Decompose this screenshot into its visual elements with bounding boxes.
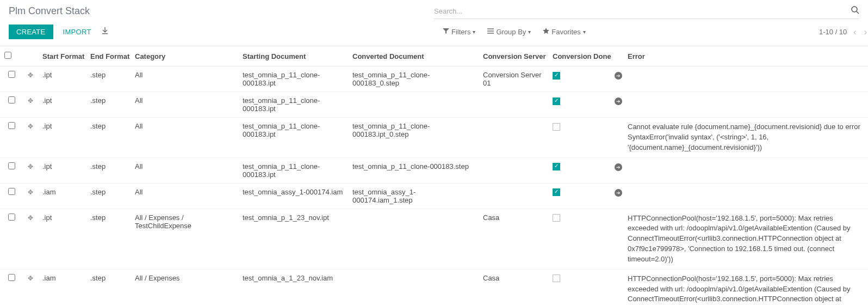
cell-converted-document: test_omnia_p_11_clone-000183_0.step xyxy=(348,66,479,92)
cell-conversion-done xyxy=(548,269,610,305)
drag-handle-icon[interactable]: ✥ xyxy=(28,123,33,130)
cell-error xyxy=(623,183,868,209)
drag-handle-icon[interactable]: ✥ xyxy=(28,71,33,79)
table-row[interactable]: ✥.iam.stepAll / Expensestest_omnia_a_1_2… xyxy=(0,269,868,305)
cell-starting-document: test_omnia_p_1_23_nov.ipt xyxy=(238,209,348,269)
row-checkbox[interactable] xyxy=(8,96,15,103)
cell-starting-document: test_omnia_assy_1-000174.iam xyxy=(238,183,348,209)
cell-action: ➔ xyxy=(610,66,623,92)
cell-end-format: .step xyxy=(86,183,131,209)
table-row[interactable]: ✥.ipt.stepAlltest_omnia_p_11_clone-00018… xyxy=(0,92,868,118)
table-row[interactable]: ✥.ipt.stepAll / Expenses / TestChildExpe… xyxy=(0,209,868,269)
cell-category: All xyxy=(131,183,238,209)
col-conversion-done[interactable]: Conversion Done xyxy=(548,46,610,66)
row-checkbox[interactable] xyxy=(8,213,15,221)
table-row[interactable]: ✥.ipt.stepAlltest_omnia_p_11_clone-00018… xyxy=(0,118,868,158)
cell-conversion-server xyxy=(479,92,548,118)
cell-start-format: .ipt xyxy=(38,157,86,183)
caret-down-icon: ▾ xyxy=(528,29,531,35)
cell-conversion-done xyxy=(548,118,610,158)
page-title: Plm Convert Stack xyxy=(9,5,434,17)
cell-conversion-done xyxy=(548,183,610,209)
done-checkbox[interactable] xyxy=(553,163,560,170)
cell-category: All xyxy=(131,66,238,92)
drag-handle-icon[interactable]: ✥ xyxy=(28,188,33,196)
cell-start-format: .ipt xyxy=(38,92,86,118)
cell-action: ➔ xyxy=(610,157,623,183)
col-conversion-server[interactable]: Conversion Server xyxy=(479,46,548,66)
col-error[interactable]: Error xyxy=(623,46,868,66)
cell-conversion-server xyxy=(479,157,548,183)
row-checkbox[interactable] xyxy=(8,274,15,281)
done-checkbox[interactable] xyxy=(553,72,560,80)
cell-starting-document: test_omnia_p_11_clone-000183.ipt xyxy=(238,157,348,183)
groupby-button[interactable]: Group By ▾ xyxy=(487,28,531,36)
cell-category: All / Expenses xyxy=(131,269,238,305)
row-checkbox[interactable] xyxy=(8,122,15,129)
groupby-label: Group By xyxy=(496,28,526,36)
import-button[interactable]: IMPORT xyxy=(63,28,91,36)
create-button[interactable]: CREATE xyxy=(9,25,53,39)
done-checkbox[interactable] xyxy=(553,214,560,222)
cell-error xyxy=(623,157,868,183)
table-row[interactable]: ✥.iam.stepAlltest_omnia_assy_1-000174.ia… xyxy=(0,183,868,209)
drag-handle-icon[interactable]: ✥ xyxy=(28,214,33,222)
cell-action xyxy=(610,209,623,269)
cell-error: HTTPConnectionPool(host='192.168.1.5', p… xyxy=(623,209,868,269)
drag-handle-icon[interactable]: ✥ xyxy=(28,97,33,105)
cell-converted-document xyxy=(348,92,479,118)
cell-start-format: .ipt xyxy=(38,209,86,269)
cell-end-format: .step xyxy=(86,66,131,92)
done-checkbox[interactable] xyxy=(553,274,560,282)
filters-label: Filters xyxy=(451,28,470,36)
cell-starting-document: test_omnia_p_11_clone-000183.ipt xyxy=(238,92,348,118)
svg-point-0 xyxy=(852,7,857,12)
run-arrow-icon[interactable]: ➔ xyxy=(615,97,622,105)
col-starting-document[interactable]: Starting Document xyxy=(238,46,348,66)
cell-conversion-server: Casa xyxy=(479,269,548,305)
drag-handle-icon[interactable]: ✥ xyxy=(28,163,33,170)
cell-error: HTTPConnectionPool(host='192.168.1.5', p… xyxy=(623,269,868,305)
caret-down-icon: ▾ xyxy=(583,29,586,35)
drag-handle-icon[interactable]: ✥ xyxy=(28,274,33,282)
search-icon[interactable] xyxy=(851,5,859,16)
list-icon xyxy=(487,28,494,36)
cell-end-format: .step xyxy=(86,157,131,183)
select-all-checkbox[interactable] xyxy=(4,52,11,59)
done-checkbox[interactable] xyxy=(553,97,560,105)
cell-conversion-done xyxy=(548,92,610,118)
cell-conversion-server xyxy=(479,183,548,209)
run-arrow-icon[interactable]: ➔ xyxy=(615,72,622,80)
cell-start-format: .iam xyxy=(38,269,86,305)
pager-next-icon[interactable]: › xyxy=(863,27,868,37)
favorites-label: Favorites xyxy=(551,28,580,36)
filters-button[interactable]: Filters ▾ xyxy=(443,28,475,36)
cell-action: ➔ xyxy=(610,92,623,118)
row-checkbox[interactable] xyxy=(8,188,15,195)
table-row[interactable]: ✥.ipt.stepAlltest_omnia_p_11_clone-00018… xyxy=(0,157,868,183)
download-icon[interactable] xyxy=(101,27,109,36)
col-end-format[interactable]: End Format xyxy=(86,46,131,66)
cell-error xyxy=(623,92,868,118)
run-arrow-icon[interactable]: ➔ xyxy=(615,189,622,197)
search-input[interactable] xyxy=(434,6,851,16)
cell-starting-document: test_omnia_a_1_23_nov.iam xyxy=(238,269,348,305)
table-row[interactable]: ✥.ipt.stepAlltest_omnia_p_11_clone-00018… xyxy=(0,66,868,92)
cell-converted-document xyxy=(348,269,479,305)
row-checkbox[interactable] xyxy=(8,162,15,169)
col-converted-document[interactable]: Converted Document xyxy=(348,46,479,66)
row-checkbox[interactable] xyxy=(8,71,15,78)
run-arrow-icon[interactable]: ➔ xyxy=(615,163,622,171)
favorites-button[interactable]: Favorites ▾ xyxy=(543,28,585,36)
col-start-format[interactable]: Start Format xyxy=(38,46,86,66)
done-checkbox[interactable] xyxy=(553,123,560,131)
cell-start-format: .ipt xyxy=(38,66,86,92)
cell-start-format: .ipt xyxy=(38,118,86,158)
col-category[interactable]: Category xyxy=(131,46,238,66)
cell-conversion-done xyxy=(548,157,610,183)
cell-end-format: .step xyxy=(86,269,131,305)
search-bar xyxy=(434,5,859,19)
done-checkbox[interactable] xyxy=(553,188,560,196)
funnel-icon xyxy=(443,28,449,36)
pager-prev-icon[interactable]: ‹ xyxy=(852,27,857,37)
